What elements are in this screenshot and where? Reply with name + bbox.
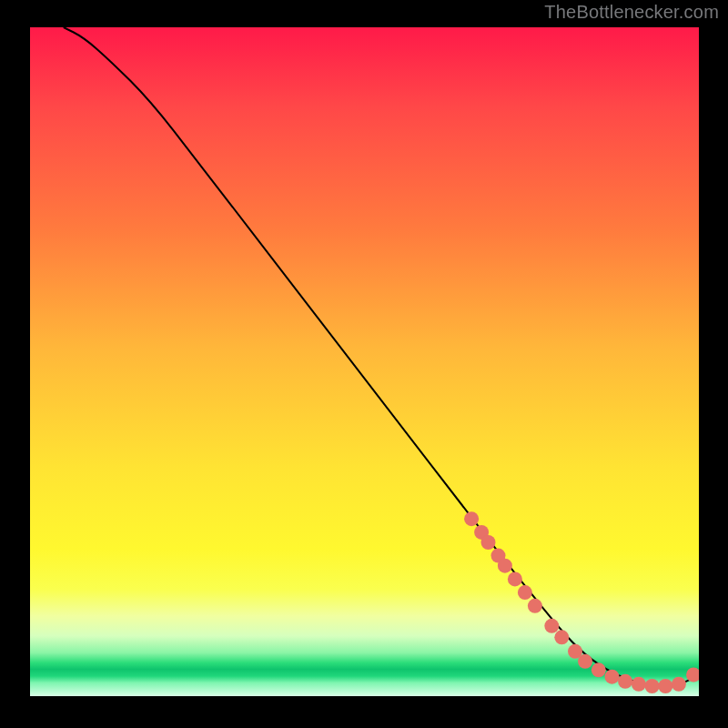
data-point-marker xyxy=(544,619,559,633)
data-point-marker xyxy=(672,677,686,692)
data-point-marker xyxy=(632,677,646,692)
figure-frame: TheBottlenecker.com xyxy=(0,0,728,728)
data-point-marker xyxy=(658,679,672,693)
data-point-marker xyxy=(528,599,542,613)
chart-svg xyxy=(30,27,699,696)
data-point-marker xyxy=(508,571,522,586)
data-point-marker xyxy=(605,670,620,684)
marker-group xyxy=(464,511,699,693)
data-point-marker xyxy=(481,535,496,550)
attribution-text: TheBottlenecker.com xyxy=(544,2,719,23)
data-point-marker xyxy=(578,654,592,669)
data-point-marker xyxy=(592,662,606,677)
data-point-marker xyxy=(498,559,512,573)
data-point-marker xyxy=(464,511,479,526)
plot-area xyxy=(30,27,699,696)
data-point-marker xyxy=(645,679,660,693)
data-point-marker xyxy=(554,630,569,644)
data-point-marker xyxy=(518,585,532,600)
data-point-marker xyxy=(618,674,632,689)
curve-line xyxy=(64,27,699,686)
